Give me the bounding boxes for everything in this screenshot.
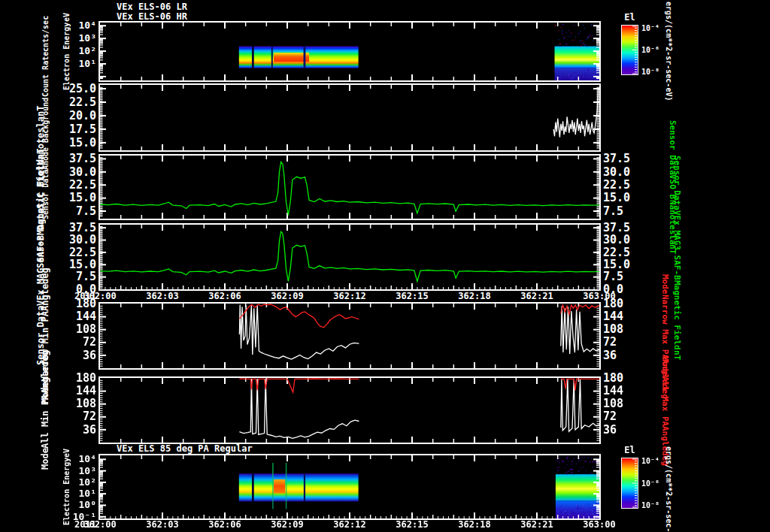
y-tick-label-right: 15.0 bbox=[603, 258, 642, 271]
y-tick-label: 30.0 bbox=[26, 233, 96, 246]
time-tick-label: 362:18 bbox=[452, 519, 497, 530]
colorbar-bottom: El 10⁻⁴10⁻⁶10⁻⁸ bbox=[621, 445, 674, 520]
y-tick-label-right: 108 bbox=[603, 397, 642, 410]
line-panel-sc-btot bbox=[99, 154, 601, 220]
y-tick-label-right: 108 bbox=[603, 322, 642, 336]
colorbar-top: El 10⁻⁴10⁻⁶10⁻⁸ bbox=[621, 12, 674, 87]
y-tick-label-right: 22.5 bbox=[603, 178, 642, 192]
panel7-title: VEx ELS 85 deg PA Regular bbox=[117, 443, 253, 454]
time-tick-label: 362:09 bbox=[265, 519, 310, 530]
y-tick-label: 144 bbox=[26, 384, 96, 397]
y-tick-label: 10³ bbox=[26, 465, 96, 476]
y-tick-label: 10² bbox=[26, 45, 96, 56]
panel1-title-hr: VEx ELS-06 HR bbox=[117, 11, 187, 22]
y-tick-label: 7.5 bbox=[26, 204, 96, 218]
time-tick-label: 362:06 bbox=[202, 519, 247, 530]
spectrogram-panel-els-bottom bbox=[99, 454, 601, 520]
y-tick-label: 15.0 bbox=[26, 136, 96, 150]
colorbar-tick-label: 10⁻⁶ bbox=[641, 479, 659, 488]
y-tick-label-right: 72 bbox=[603, 335, 642, 349]
time-tick-label: 362:21 bbox=[514, 519, 559, 530]
colorbar-title: El bbox=[621, 445, 638, 455]
y-tick-label: 108 bbox=[26, 322, 96, 336]
y-tick-label: 180 bbox=[26, 297, 96, 310]
y-tick-label: 10⁻¹ bbox=[26, 511, 96, 522]
time-tick-label: 362:15 bbox=[390, 291, 435, 301]
y-tick-label: 37.5 bbox=[26, 221, 96, 234]
y-tick-label: 72 bbox=[26, 410, 96, 423]
time-tick-label: 362:21 bbox=[514, 291, 559, 301]
y-tick-label-right: 30.0 bbox=[603, 165, 642, 179]
y-tick-label-right: 36 bbox=[603, 423, 642, 437]
y-tick-label: 10¹ bbox=[26, 488, 96, 499]
y-tick-label: 10⁴ bbox=[26, 20, 96, 31]
colorbar-tick-label: 10⁻⁴ bbox=[641, 24, 659, 32]
y-tick-label-right: 180 bbox=[603, 371, 642, 385]
y-tick-label: 25.0 bbox=[26, 82, 96, 95]
time-tick-label: 362:06 bbox=[202, 291, 247, 301]
y-tick-label-right: 37.5 bbox=[603, 152, 642, 165]
y-tick-label-right: 22.5 bbox=[603, 246, 642, 259]
line-panel-vex-mag bbox=[99, 223, 601, 291]
y-tick-label-right: 72 bbox=[603, 410, 642, 423]
colorbar-title: El bbox=[621, 12, 638, 23]
y-tick-label: 10² bbox=[26, 476, 96, 488]
y-tick-label: 20.0 bbox=[26, 109, 96, 122]
time-tick-label: 362:12 bbox=[327, 291, 372, 301]
time-tick-label: 362:09 bbox=[265, 291, 310, 301]
time-axis-labels-lower: 2011362:00362:03362:06362:09362:12362:15… bbox=[0, 519, 770, 530]
y-tick-label: 10⁴ bbox=[26, 453, 96, 464]
y-tick-label: 36 bbox=[26, 349, 96, 362]
y-tick-label: 17.5 bbox=[26, 122, 96, 136]
y-tick-label-right: 7.5 bbox=[603, 270, 642, 283]
y-tick-label: 22.5 bbox=[26, 246, 96, 259]
line-panel-anode-background bbox=[99, 83, 601, 152]
y-tick-label: 15.0 bbox=[26, 258, 96, 271]
colorbar-tick-label: 10⁻⁸ bbox=[641, 68, 659, 76]
y-tick-label-right: 37.5 bbox=[603, 221, 642, 234]
time-tick-label: 362:18 bbox=[452, 291, 497, 301]
y-tick-label: 36 bbox=[26, 423, 96, 437]
y-tick-label: 22.5 bbox=[26, 95, 96, 109]
y-tick-label: 10³ bbox=[26, 32, 96, 44]
y-tick-label: 10¹ bbox=[26, 58, 96, 69]
y-tick-label-right: 0.0 bbox=[603, 283, 642, 296]
y-tick-label-right: 36 bbox=[603, 349, 642, 362]
colorbar-tick-label: 10⁻⁸ bbox=[641, 501, 659, 509]
time-tick-label: 363:00 bbox=[577, 519, 622, 530]
panel1-title-lr: VEx ELS-06 LR bbox=[117, 2, 187, 12]
time-tick-label: 362:12 bbox=[327, 519, 372, 530]
y-tick-label: 22.5 bbox=[26, 178, 96, 192]
y-tick-label-right: 15.0 bbox=[603, 191, 642, 204]
spectrogram-panel-els-top bbox=[99, 21, 601, 82]
colorbar-tick-label: 10⁻⁴ bbox=[641, 457, 659, 465]
y-tick-label: 0.0 bbox=[26, 283, 96, 296]
line-panel-narrow-pa bbox=[99, 302, 601, 370]
y-tick-label: 10⁰ bbox=[26, 499, 96, 510]
colorbar-tick-label: 10⁻⁶ bbox=[641, 46, 659, 54]
time-tick-label: 362:03 bbox=[140, 519, 185, 530]
y-tick-label: 15.0 bbox=[26, 191, 96, 204]
y-tick-label: 30.0 bbox=[26, 165, 96, 179]
y-tick-label: 108 bbox=[26, 397, 96, 410]
y-tick-label: 180 bbox=[26, 371, 96, 385]
y-tick-label-right: 30.0 bbox=[603, 233, 642, 246]
plot-stage: VEx ELS-06 LR VEx ELS-06 HR VEx ELS 85 d… bbox=[0, 0, 770, 532]
y-tick-label-right: 144 bbox=[603, 310, 642, 323]
y-tick-label: 37.5 bbox=[26, 152, 96, 165]
y-tick-label: 72 bbox=[26, 335, 96, 349]
y-tick-label-right: 180 bbox=[603, 297, 642, 310]
y-tick-label: 7.5 bbox=[26, 270, 96, 283]
line-panel-all-pa bbox=[99, 376, 601, 444]
time-tick-label: 362:03 bbox=[140, 291, 185, 301]
time-tick-label: 362:15 bbox=[390, 519, 435, 530]
y-tick-label-right: 7.5 bbox=[603, 204, 642, 218]
y-tick-label-right: 144 bbox=[603, 384, 642, 397]
y-tick-label: 144 bbox=[26, 310, 96, 323]
